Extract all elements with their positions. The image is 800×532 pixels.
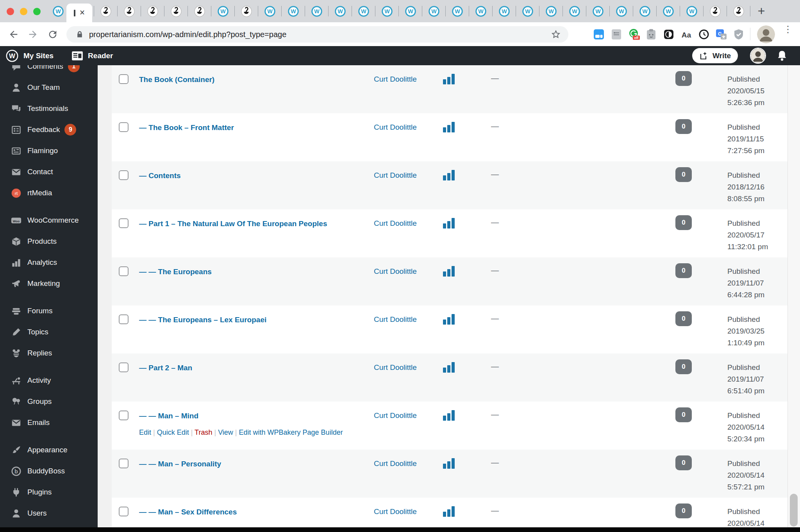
address-bar[interactable]: propertarianism.com/wp-admin/edit.php?po… xyxy=(66,26,568,43)
sidebar-item-activity[interactable]: Activity xyxy=(0,370,98,391)
browser-tab[interactable] xyxy=(141,0,164,22)
bookmark-star-icon[interactable] xyxy=(551,30,561,39)
browser-tab[interactable]: W xyxy=(282,0,305,22)
page-title-link[interactable]: — Part 2 – Man xyxy=(139,363,370,373)
browser-tab[interactable]: W xyxy=(657,0,680,22)
row-checkbox[interactable] xyxy=(119,362,129,372)
author-link[interactable]: Curt Doolittle xyxy=(374,171,417,180)
row-action-trash[interactable]: Trash xyxy=(195,428,212,436)
sidebar-item-appearance[interactable]: Appearance xyxy=(0,439,98,461)
row-action-view[interactable]: View xyxy=(218,428,233,436)
sidebar-item-rtmedia[interactable]: rtrtMedia xyxy=(0,182,98,204)
author-link[interactable]: Curt Doolittle xyxy=(374,123,417,132)
comment-count-bubble[interactable]: 0 xyxy=(675,167,692,182)
comment-count-bubble[interactable]: 0 xyxy=(675,263,692,278)
active-tab[interactable]: × xyxy=(66,4,92,22)
row-checkbox[interactable] xyxy=(119,314,129,324)
page-title-link[interactable]: — — Man – Personality xyxy=(139,459,370,469)
grammarly-extension-icon[interactable]: off xyxy=(627,28,641,41)
translate-extension-icon[interactable]: G xyxy=(714,28,728,41)
sidebar-item-replies[interactable]: Replies xyxy=(0,343,98,364)
browser-tab[interactable]: W xyxy=(680,0,703,22)
comment-count-bubble[interactable]: 0 xyxy=(675,359,692,374)
sidebar-item-users[interactable]: Users xyxy=(0,503,98,524)
stats-icon[interactable] xyxy=(443,216,455,229)
browser-tab[interactable] xyxy=(727,0,750,22)
reload-icon[interactable] xyxy=(47,29,58,40)
wordpress-logo-icon[interactable]: W xyxy=(5,49,19,62)
sidebar-item-woocommerce[interactable]: WooWooCommerce xyxy=(0,210,98,231)
comment-count-bubble[interactable]: 0 xyxy=(675,119,692,134)
sidebar-item-flamingo[interactable]: Flamingo xyxy=(0,140,98,161)
browser-tab[interactable]: W xyxy=(633,0,656,22)
shield-extension-icon[interactable] xyxy=(732,28,745,41)
row-checkbox[interactable] xyxy=(119,74,129,84)
pinned-tab[interactable]: W xyxy=(50,0,66,22)
browser-tab[interactable]: W xyxy=(399,0,422,22)
sidebar-item-analytics[interactable]: Analytics xyxy=(0,252,98,273)
browser-tab[interactable]: W xyxy=(516,0,539,22)
notes-extension-icon[interactable] xyxy=(610,28,623,41)
sidebar-item-our-team[interactable]: Our Team xyxy=(0,77,98,98)
stats-icon[interactable] xyxy=(443,360,455,373)
author-link[interactable]: Curt Doolittle xyxy=(374,75,417,84)
row-action-quick-edit[interactable]: Quick Edit xyxy=(157,428,189,436)
row-checkbox[interactable] xyxy=(119,459,129,468)
forward-icon[interactable] xyxy=(27,29,38,40)
browser-tab[interactable] xyxy=(235,0,258,22)
row-checkbox[interactable] xyxy=(119,266,129,276)
author-link[interactable]: Curt Doolittle xyxy=(374,459,417,468)
comment-count-bubble[interactable]: 0 xyxy=(675,503,692,518)
browser-tab[interactable]: W xyxy=(329,0,352,22)
row-action-wpbakery[interactable]: Edit with WPBakery Page Builder xyxy=(239,428,343,436)
row-action-edit[interactable]: Edit xyxy=(139,428,151,436)
stats-icon[interactable] xyxy=(443,408,455,421)
author-link[interactable]: Curt Doolittle xyxy=(374,315,417,324)
author-link[interactable]: Curt Doolittle xyxy=(374,363,417,372)
stats-icon[interactable] xyxy=(443,456,455,469)
scrollbar[interactable] xyxy=(788,46,800,532)
page-title-link[interactable]: — The Book – Front Matter xyxy=(139,123,370,132)
stats-icon[interactable] xyxy=(443,168,455,180)
browser-tab[interactable] xyxy=(94,0,117,22)
page-title-link[interactable]: — Part 1 – The Natural Law Of The Europe… xyxy=(139,219,370,229)
browser-tab[interactable]: W xyxy=(469,0,492,22)
browser-tab[interactable]: W xyxy=(211,0,234,22)
stats-icon[interactable] xyxy=(443,120,455,132)
comment-count-bubble[interactable]: 0 xyxy=(675,407,692,422)
sidebar-item-topics[interactable]: Topics xyxy=(0,321,98,343)
page-title-link[interactable]: — Contents xyxy=(139,171,370,180)
account-avatar[interactable] xyxy=(750,48,766,64)
browser-tab[interactable]: W xyxy=(493,0,516,22)
browser-profile-avatar[interactable] xyxy=(757,25,775,43)
browser-tab[interactable] xyxy=(118,0,141,22)
comment-count-bubble[interactable]: 0 xyxy=(675,311,692,326)
clipboard-extension-icon[interactable] xyxy=(645,28,658,41)
browser-tab[interactable] xyxy=(188,0,211,22)
page-title-link[interactable]: — — Man – Mind xyxy=(139,411,370,421)
tab-close-icon[interactable]: × xyxy=(80,8,85,17)
notifications-bell-icon[interactable] xyxy=(776,50,788,62)
sidebar-item-testimonials[interactable]: Testimonials xyxy=(0,98,98,119)
author-link[interactable]: Curt Doolittle xyxy=(374,219,417,228)
reader-icon[interactable] xyxy=(71,51,83,61)
my-sites-menu[interactable]: My Sites xyxy=(23,52,54,60)
browser-tab[interactable]: W xyxy=(422,0,445,22)
write-button[interactable]: Write xyxy=(692,48,738,63)
window-close-button[interactable] xyxy=(7,8,14,15)
dark-half-extension-icon[interactable] xyxy=(662,28,675,41)
sidebar-item-contact[interactable]: Contact xyxy=(0,161,98,182)
stats-icon[interactable] xyxy=(443,264,455,277)
row-checkbox[interactable] xyxy=(119,507,129,516)
new-tab-button[interactable]: + xyxy=(750,0,772,22)
stats-icon[interactable] xyxy=(443,72,455,84)
reader-menu[interactable]: Reader xyxy=(88,52,113,60)
browser-tab[interactable]: W xyxy=(586,0,609,22)
scrollbar-thumb[interactable] xyxy=(790,494,798,527)
browser-tab[interactable]: W xyxy=(352,0,375,22)
page-title-link[interactable]: — — Man – Sex Differences xyxy=(139,507,370,517)
sidebar-item-groups[interactable]: Groups xyxy=(0,391,98,412)
browser-tab[interactable]: W xyxy=(610,0,633,22)
browser-menu-icon[interactable]: ⋮ xyxy=(783,27,793,42)
row-checkbox[interactable] xyxy=(119,218,129,228)
